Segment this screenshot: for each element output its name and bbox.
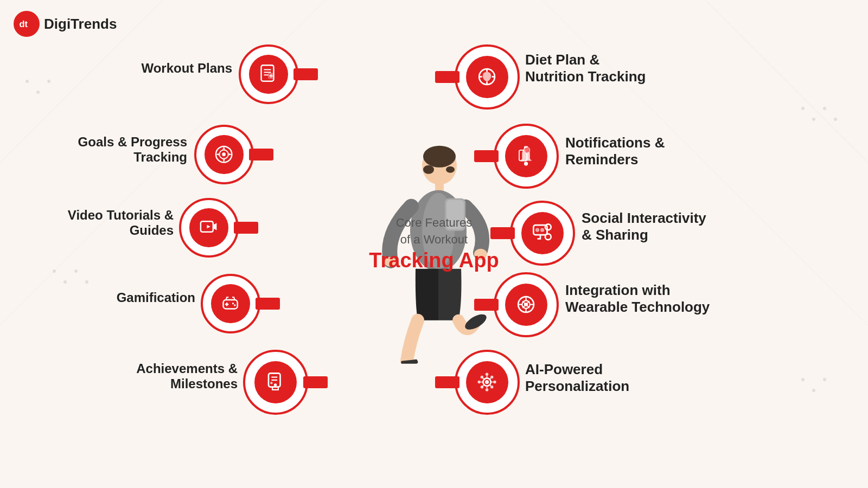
ai-label: AI-Powered Personalization bbox=[525, 361, 677, 395]
svg-line-96 bbox=[490, 378, 492, 380]
svg-point-81 bbox=[485, 380, 489, 384]
svg-line-95 bbox=[490, 385, 492, 387]
svg-marker-42 bbox=[207, 225, 211, 229]
goals-tracking-text: Goals & Progress Tracking bbox=[78, 134, 187, 164]
gamification-label: Gamification bbox=[71, 290, 195, 305]
workout-plans-label: Workout Plans bbox=[102, 61, 232, 76]
svg-point-22 bbox=[446, 166, 455, 173]
svg-point-12 bbox=[801, 378, 805, 381]
svg-point-46 bbox=[232, 303, 234, 304]
wearable-label: Integration with Wearable Technology bbox=[565, 282, 744, 316]
center-title: Core Features of a Workout Tracking App bbox=[369, 215, 499, 273]
svg-point-6 bbox=[74, 269, 78, 273]
svg-point-58 bbox=[524, 162, 528, 166]
svg-point-20 bbox=[423, 146, 456, 168]
svg-point-83 bbox=[486, 389, 488, 391]
svg-point-4 bbox=[53, 269, 56, 273]
svg-point-85 bbox=[494, 381, 496, 383]
wearable-icon bbox=[494, 272, 559, 337]
svg-point-16 bbox=[36, 91, 40, 94]
achievements-connector bbox=[303, 376, 328, 388]
svg-point-8 bbox=[801, 107, 805, 110]
svg-point-84 bbox=[478, 381, 481, 383]
video-tutorials-icon bbox=[179, 198, 239, 258]
goals-connector bbox=[249, 149, 273, 160]
svg-point-13 bbox=[812, 389, 815, 392]
diet-plan-label: Diet Plan & Nutrition Tracking bbox=[525, 52, 677, 85]
svg-point-15 bbox=[25, 80, 29, 83]
svg-point-64 bbox=[545, 224, 551, 230]
svg-text:!: ! bbox=[525, 150, 526, 153]
svg-point-11 bbox=[834, 118, 837, 121]
wearable-text: Integration with Wearable Technology bbox=[565, 282, 710, 315]
svg-point-68 bbox=[540, 228, 544, 232]
svg-point-9 bbox=[812, 118, 815, 121]
svg-text:dt: dt bbox=[20, 19, 28, 29]
svg-line-97 bbox=[483, 385, 484, 387]
svg-point-40 bbox=[222, 153, 226, 157]
svg-point-82 bbox=[486, 373, 488, 376]
logo: dt DigiTrends bbox=[14, 11, 117, 37]
svg-point-14 bbox=[823, 378, 826, 381]
logo-name: DigiTrends bbox=[44, 16, 117, 33]
svg-point-52 bbox=[271, 382, 273, 384]
diet-plan-text: Diet Plan & Nutrition Tracking bbox=[525, 52, 646, 85]
logo-icon: dt bbox=[14, 11, 40, 37]
video-tutorials-text: Video Tutorials & Guides bbox=[68, 208, 174, 237]
gamification-icon bbox=[201, 274, 260, 333]
achievements-label: Achievements & Milestones bbox=[91, 361, 238, 391]
workout-plans-connector bbox=[293, 68, 318, 80]
diet-plan-icon bbox=[455, 44, 520, 110]
ai-connector bbox=[435, 376, 459, 388]
svg-point-17 bbox=[47, 80, 50, 83]
achievements-icon bbox=[243, 350, 308, 415]
video-tutorials-label: Video Tutorials & Guides bbox=[33, 208, 174, 238]
gamification-connector bbox=[256, 298, 280, 310]
svg-point-67 bbox=[535, 228, 539, 232]
workout-plans-icon bbox=[239, 44, 298, 104]
svg-point-47 bbox=[234, 305, 236, 306]
svg-point-21 bbox=[423, 165, 434, 174]
goals-tracking-icon bbox=[194, 125, 254, 184]
center-subtitle: Core Features of a Workout bbox=[369, 215, 499, 248]
svg-point-75 bbox=[524, 303, 528, 306]
video-connector bbox=[234, 222, 258, 234]
ai-text: AI-Powered Personalization bbox=[525, 361, 629, 394]
svg-point-65 bbox=[545, 234, 551, 240]
achievements-text: Achievements & Milestones bbox=[136, 361, 238, 391]
svg-point-5 bbox=[63, 280, 67, 284]
social-icon bbox=[510, 201, 575, 266]
goals-tracking-label: Goals & Progress Tracking bbox=[41, 134, 187, 165]
center-main-title: Tracking App bbox=[369, 248, 499, 273]
social-label: Social Interactivity & Sharing bbox=[582, 210, 755, 243]
social-text: Social Interactivity & Sharing bbox=[582, 210, 706, 243]
svg-point-7 bbox=[85, 280, 88, 284]
svg-line-2 bbox=[705, 0, 868, 163]
notifications-text: Notifications & Reminders bbox=[565, 134, 665, 168]
svg-line-94 bbox=[483, 378, 484, 380]
diet-connector bbox=[435, 71, 459, 83]
svg-point-10 bbox=[823, 107, 826, 110]
notifications-label: Notifications & Reminders bbox=[565, 134, 723, 168]
notifications-icon: ! bbox=[494, 124, 559, 189]
svg-point-51 bbox=[274, 384, 277, 387]
